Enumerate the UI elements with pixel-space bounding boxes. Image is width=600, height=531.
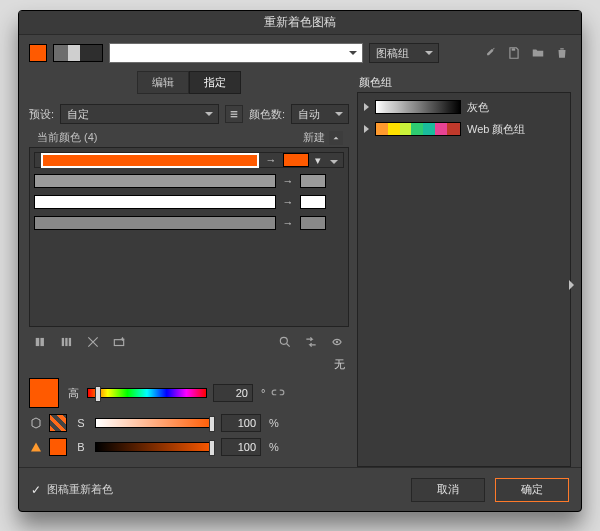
- bri-input[interactable]: 100: [221, 438, 261, 456]
- footer-buttons: 取消 确定: [411, 478, 569, 502]
- mode-tabs: 编辑 指定: [29, 71, 349, 94]
- sat-slider-thumb[interactable]: [209, 416, 215, 432]
- target-color-swatch[interactable]: [300, 195, 326, 209]
- randomize-sat-icon[interactable]: [327, 333, 347, 351]
- target-color-swatch[interactable]: [300, 216, 326, 230]
- bri-slider-thumb[interactable]: [209, 440, 215, 456]
- sat-slider[interactable]: [95, 418, 215, 428]
- svg-point-10: [280, 337, 287, 344]
- map-arrow-icon: →: [282, 217, 294, 229]
- target-color-swatch[interactable]: [300, 174, 326, 188]
- hue-unit: °: [261, 387, 265, 399]
- tab-assign[interactable]: 指定: [189, 71, 241, 94]
- color-row-2[interactable]: →: [34, 173, 344, 189]
- bri-row: B 100 %: [29, 438, 349, 456]
- none-label: 无: [29, 357, 349, 376]
- target-color-swatch[interactable]: [283, 153, 309, 167]
- hue-input[interactable]: 20: [213, 384, 253, 402]
- out-of-web-swatch[interactable]: [49, 414, 67, 432]
- group-swatch-web: [375, 122, 461, 136]
- current-color-bar[interactable]: [41, 153, 259, 168]
- new-column-label: 新建: [303, 130, 325, 145]
- color-groups-title: 颜色组: [359, 75, 571, 90]
- ok-button[interactable]: 确定: [495, 478, 569, 502]
- sat-input[interactable]: 100: [221, 414, 261, 432]
- save-group-icon[interactable]: [505, 44, 523, 62]
- hue-slider[interactable]: [87, 388, 207, 398]
- separate-rows-icon[interactable]: [57, 333, 77, 351]
- selected-color-swatch[interactable]: [29, 378, 59, 408]
- svg-point-11: [336, 341, 338, 343]
- preset-select[interactable]: 自定: [60, 104, 219, 124]
- group-label: Web 颜色组: [467, 122, 525, 137]
- color-group-item-web[interactable]: Web 颜色组: [360, 119, 568, 139]
- color-row-1[interactable]: → ▾: [34, 152, 344, 168]
- titlebar: 重新着色图稿: [19, 11, 581, 35]
- tab-edit[interactable]: 编辑: [137, 71, 189, 94]
- map-arrow-icon: →: [282, 196, 294, 208]
- find-color-icon[interactable]: [275, 333, 295, 351]
- hsb-panel: 高 20 ° S 100 % B: [29, 378, 349, 456]
- preset-row: 预设: 自定 颜色数: 自动: [29, 104, 349, 124]
- color-groups-list: 灰色 Web 颜色组: [357, 92, 571, 467]
- bri-slider[interactable]: [95, 442, 215, 452]
- folder-icon[interactable]: [529, 44, 547, 62]
- left-column: 编辑 指定 预设: 自定 颜色数: 自动 当前颜色 (4) 新建: [29, 71, 349, 467]
- color-row-4[interactable]: →: [34, 215, 344, 231]
- list-tools-row: [29, 327, 349, 357]
- cancel-button[interactable]: 取消: [411, 478, 485, 502]
- recolor-checkbox-label: 图稿重新着色: [47, 482, 113, 497]
- active-art-swatch[interactable]: [29, 44, 47, 62]
- new-row-icon[interactable]: [109, 333, 129, 351]
- hue-slider-thumb[interactable]: [95, 386, 101, 402]
- current-color-bar[interactable]: [34, 195, 276, 209]
- color-list: → ▾ → → →: [29, 147, 349, 327]
- svg-rect-7: [65, 338, 67, 346]
- in-gamut-swatch[interactable]: [49, 438, 67, 456]
- svg-rect-6: [62, 338, 64, 346]
- link-hsb-icon[interactable]: [271, 386, 285, 400]
- panel-expand-icon[interactable]: [569, 280, 574, 290]
- map-arrow-icon: →: [265, 154, 277, 166]
- color-group-item-grey[interactable]: 灰色: [360, 97, 568, 117]
- randomize-order-icon[interactable]: [301, 333, 321, 351]
- artwork-group-select-label: 图稿组: [376, 46, 409, 61]
- exclude-row-icon[interactable]: [83, 333, 103, 351]
- group-label: 灰色: [467, 100, 489, 115]
- svg-rect-3: [231, 116, 238, 117]
- recolor-artwork-dialog: { "title": "重新着色图稿", "top": { "group_sel…: [18, 10, 582, 512]
- cube-icon: [29, 416, 43, 430]
- dialog-body: 编辑 指定 预设: 自定 颜色数: 自动 当前颜色 (4) 新建: [19, 67, 581, 467]
- row-options-icon[interactable]: ▾: [315, 154, 327, 166]
- color-list-header: 当前颜色 (4) 新建: [29, 128, 349, 147]
- sat-row: S 100 %: [29, 414, 349, 432]
- recolor-checkbox[interactable]: ✓ 图稿重新着色: [31, 482, 113, 497]
- svg-rect-1: [231, 111, 238, 112]
- right-column: 颜色组 灰色 Web 颜色组: [357, 71, 571, 467]
- hsb-b-label: B: [73, 441, 89, 453]
- current-color-bar[interactable]: [34, 216, 276, 230]
- group-swatch-grey: [375, 100, 461, 114]
- svg-rect-5: [40, 338, 44, 346]
- artwork-group-select[interactable]: 图稿组: [369, 43, 439, 63]
- trash-icon[interactable]: [553, 44, 571, 62]
- preset-options-icon[interactable]: [225, 105, 243, 123]
- disclosure-icon[interactable]: [364, 125, 369, 133]
- gamut-warning-icon[interactable]: [29, 440, 43, 454]
- disclosure-icon[interactable]: [364, 103, 369, 111]
- svg-rect-2: [231, 114, 238, 115]
- current-color-bar[interactable]: [34, 174, 276, 188]
- current-colors-label: 当前颜色 (4): [37, 130, 98, 145]
- sat-unit: %: [269, 417, 279, 429]
- bri-unit: %: [269, 441, 279, 453]
- map-arrow-icon: →: [282, 175, 294, 187]
- new-column-menu-icon[interactable]: [329, 131, 343, 145]
- merge-rows-icon[interactable]: [31, 333, 51, 351]
- hue-row: 高 20 °: [29, 378, 349, 408]
- color-group-name-input[interactable]: [109, 43, 363, 63]
- color-group-strip[interactable]: [53, 44, 103, 62]
- eyedropper-icon[interactable]: [481, 44, 499, 62]
- color-count-select[interactable]: 自动: [291, 104, 349, 124]
- color-row-3[interactable]: →: [34, 194, 344, 210]
- dialog-title: 重新着色图稿: [264, 14, 336, 31]
